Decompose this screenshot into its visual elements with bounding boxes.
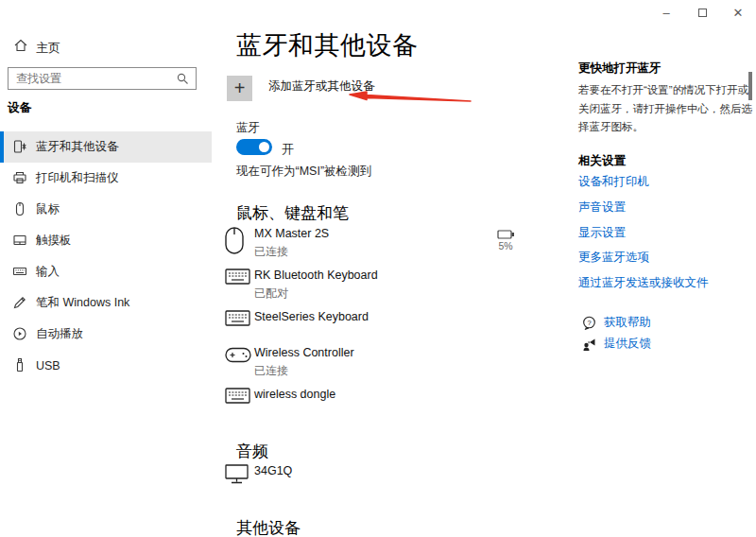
device-name: SteelSeries Keyboard — [254, 310, 369, 323]
toggle-state-label: 开 — [282, 141, 294, 158]
printer-icon — [12, 170, 27, 185]
autoplay-icon — [12, 326, 27, 341]
mouse-device-icon — [225, 227, 254, 260]
keyboard-device-icon — [225, 310, 254, 326]
sidebar-item-usb[interactable]: USB — [0, 350, 212, 381]
page-title: 蓝牙和其他设备 — [236, 28, 419, 62]
sidebar-item-bluetooth-devices[interactable]: 蓝牙和其他设备 — [0, 131, 212, 163]
bluetooth-toggle[interactable] — [236, 139, 272, 155]
feedback-person-icon — [582, 337, 596, 351]
vertical-scrollbar-thumb[interactable] — [748, 72, 752, 100]
section-mouse-keyboard-pen: 鼠标、键盘和笔 — [236, 202, 349, 224]
sidebar: 主页 设备 蓝牙和其他设备 打印机和扫描仪 — [0, 0, 212, 537]
device-row-wireless-controller[interactable]: Wireless Controller 已连接 — [225, 346, 354, 379]
get-help-link[interactable]: ? 获取帮助 — [582, 315, 651, 331]
keyboard-device-icon — [225, 388, 254, 404]
device-name: RK Bluetooth Keyboard — [254, 268, 378, 282]
link-display-settings[interactable]: 显示设置 — [578, 225, 626, 241]
touchpad-icon — [12, 233, 27, 248]
give-feedback-label: 提供反馈 — [604, 336, 651, 352]
gamepad-device-icon — [225, 346, 254, 379]
mouse-icon — [12, 201, 27, 217]
device-name: Wireless Controller — [254, 346, 354, 359]
quick-bluetooth-title: 更快地打开蓝牙 — [578, 61, 662, 77]
device-row-34g1q[interactable]: 34G1Q — [225, 464, 292, 484]
maximize-button[interactable] — [684, 0, 720, 26]
get-help-label: 获取帮助 — [604, 315, 651, 331]
sidebar-item-label: 蓝牙和其他设备 — [36, 139, 119, 155]
sidebar-item-label: 打印机和扫描仪 — [36, 170, 119, 186]
sidebar-item-label: 笔和 Windows Ink — [36, 295, 129, 311]
search-input[interactable] — [16, 68, 172, 89]
device-status: 已连接 — [254, 244, 329, 260]
bluetooth-devices-icon — [12, 139, 27, 154]
device-name: 34G1Q — [254, 464, 292, 477]
home-icon — [13, 38, 28, 53]
battery-percent: 5% — [495, 240, 516, 251]
link-devices-and-printers[interactable]: 设备和打印机 — [578, 174, 649, 190]
sidebar-item-label: 自动播放 — [36, 326, 83, 342]
sidebar-item-label: 输入 — [36, 264, 60, 280]
device-row-wireless-dongle[interactable]: wireless dongle — [225, 388, 335, 404]
link-more-bluetooth-options[interactable]: 更多蓝牙选项 — [578, 250, 649, 266]
add-device-label: 添加蓝牙或其他设备 — [268, 78, 375, 95]
sidebar-item-typing[interactable]: 输入 — [0, 256, 212, 287]
window-controls: – ✕ — [648, 0, 756, 26]
sidebar-nav: 蓝牙和其他设备 打印机和扫描仪 鼠标 触 — [0, 131, 212, 381]
maximize-icon — [698, 9, 707, 17]
related-settings-title: 相关设置 — [578, 153, 626, 169]
search-icon[interactable] — [176, 72, 189, 85]
keyboard-icon — [12, 264, 27, 279]
device-row-mx-master[interactable]: MX Master 2S 已连接 — [225, 227, 329, 260]
plus-icon: + — [227, 76, 252, 101]
sidebar-item-label: 鼠标 — [36, 201, 60, 217]
toggle-knob — [259, 142, 269, 152]
close-button[interactable]: ✕ — [720, 0, 756, 26]
device-name: wireless dongle — [254, 388, 335, 401]
sidebar-item-printers-scanners[interactable]: 打印机和扫描仪 — [0, 163, 212, 194]
link-sound-settings[interactable]: 声音设置 — [578, 199, 626, 216]
minimize-button[interactable]: – — [648, 0, 684, 26]
give-feedback-link[interactable]: 提供反馈 — [582, 336, 651, 352]
help-bubble-icon: ? — [582, 316, 596, 330]
sidebar-item-touchpad[interactable]: 触摸板 — [0, 225, 212, 256]
device-status: 已连接 — [254, 363, 354, 379]
section-other-devices: 其他设备 — [236, 517, 301, 537]
section-audio: 音频 — [236, 441, 268, 462]
sidebar-section-devices: 设备 — [8, 100, 31, 116]
sidebar-item-home[interactable]: 主页 — [0, 36, 212, 59]
sidebar-home-label: 主页 — [36, 40, 60, 57]
discoverable-text: 现在可作为“MSI”被检测到 — [236, 164, 371, 180]
settings-search-box[interactable] — [8, 67, 197, 90]
battery-indicator: 5% — [495, 230, 516, 251]
usb-icon — [12, 357, 27, 372]
sidebar-item-label: USB — [36, 359, 60, 372]
sidebar-item-mouse[interactable]: 鼠标 — [0, 194, 212, 225]
monitor-device-icon — [225, 464, 254, 484]
sidebar-item-label: 触摸板 — [36, 233, 72, 249]
svg-text:?: ? — [587, 319, 591, 327]
keyboard-device-icon — [225, 268, 254, 302]
link-send-receive-files[interactable]: 通过蓝牙发送或接收文件 — [578, 275, 709, 291]
sidebar-item-autoplay[interactable]: 自动播放 — [0, 319, 212, 350]
device-name: MX Master 2S — [254, 227, 329, 240]
add-bluetooth-device-button[interactable]: + 添加蓝牙或其他设备 — [227, 76, 375, 101]
pen-icon — [12, 295, 27, 310]
bluetooth-label: 蓝牙 — [236, 120, 260, 136]
sidebar-item-pen-windows-ink[interactable]: 笔和 Windows Ink — [0, 287, 212, 319]
device-row-steelseries-keyboard[interactable]: SteelSeries Keyboard — [225, 310, 369, 326]
battery-icon — [497, 230, 515, 239]
device-row-rk-keyboard[interactable]: RK Bluetooth Keyboard 已配对 — [225, 268, 378, 302]
quick-bluetooth-body: 若要在不打开“设置”的情况下打开或关闭蓝牙，请打开操作中心，然后选择蓝牙图标。 — [578, 81, 752, 137]
device-status: 已配对 — [254, 286, 378, 302]
